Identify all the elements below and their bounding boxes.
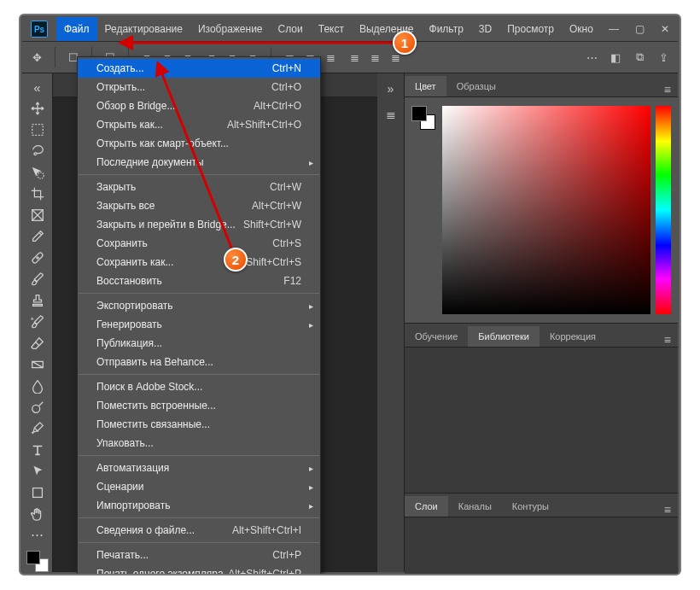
hand-tool[interactable] — [25, 503, 50, 524]
menu-слои[interactable]: Слои — [271, 17, 311, 41]
menu-item[interactable]: Закрыть и перейти в Bridge...Shift+Ctrl+… — [78, 215, 320, 234]
pen-tool[interactable] — [25, 418, 50, 439]
menu-item[interactable]: Поместить встроенные... — [78, 396, 320, 415]
hue-slider[interactable] — [656, 106, 671, 314]
dodge-tool[interactable] — [25, 396, 50, 418]
dist-hcenter-icon[interactable]: ≣ — [365, 48, 384, 67]
share-icon[interactable]: ⇪ — [654, 48, 673, 67]
tab-swatches[interactable]: Образцы — [446, 76, 506, 96]
eraser-tool[interactable] — [25, 332, 50, 353]
3dmode-icon[interactable]: ◧ — [606, 48, 625, 67]
window-controls: — ▢ ✕ — [601, 17, 678, 41]
tab-channels[interactable]: Каналы — [448, 496, 502, 517]
color-picker-field[interactable] — [442, 106, 650, 314]
tab-layers[interactable]: Слои — [405, 496, 448, 517]
app-window: Ps ФайлРедактированиеИзображениеСлоиТекс… — [19, 14, 681, 575]
svg-rect-0 — [32, 125, 43, 136]
menu-item[interactable]: Сведения о файле...Alt+Shift+Ctrl+I — [78, 521, 320, 540]
menu-item[interactable]: Печатать...Ctrl+P — [78, 546, 320, 564]
more-opts-icon[interactable]: ⋯ — [582, 48, 601, 67]
panel-stack: Цвет Образцы ≡ Обучение Библиотеки Кор — [405, 73, 678, 572]
minimize-button[interactable]: — — [601, 17, 627, 41]
dock-collapse-icon[interactable]: » — [382, 80, 400, 97]
move-tool[interactable] — [25, 98, 50, 120]
tab-libraries[interactable]: Библиотеки — [468, 326, 540, 347]
menu-item[interactable]: Публикация... — [78, 334, 320, 353]
menu-item[interactable]: Сохранить как...Shift+Ctrl+S — [78, 253, 320, 272]
stamp-tool[interactable] — [25, 290, 50, 312]
history-panel-icon[interactable]: ≣ — [382, 106, 400, 123]
frame-tool[interactable] — [25, 205, 50, 226]
menu-текст[interactable]: Текст — [311, 17, 352, 41]
menu-item[interactable]: Обзор в Bridge...Alt+Ctrl+O — [78, 96, 320, 115]
menu-изображение[interactable]: Изображение — [190, 17, 271, 41]
layers-body — [405, 517, 678, 575]
type-tool[interactable] — [25, 439, 50, 460]
menu-item[interactable]: Печать одного экземпляраAlt+Shift+Ctrl+P — [78, 564, 320, 575]
tab-paths[interactable]: Контуры — [502, 496, 559, 517]
history-brush-tool[interactable] — [25, 311, 50, 332]
menu-item[interactable]: СохранитьCtrl+S — [78, 234, 320, 253]
dist-bottom-icon[interactable]: ≣ — [321, 48, 340, 67]
fg-bg-swatches[interactable] — [26, 551, 49, 572]
tab-adjustments[interactable]: Коррекция — [540, 326, 606, 347]
titlebar: Ps ФайлРедактированиеИзображениеСлоиТекс… — [22, 17, 678, 41]
arrange-icon[interactable]: ⧉ — [630, 48, 649, 67]
menu-item[interactable]: Открыть как...Alt+Shift+Ctrl+O — [78, 115, 320, 134]
menu-item[interactable]: Экспортировать▸ — [78, 296, 320, 315]
menu-item[interactable]: Отправить на Behance... — [78, 353, 320, 371]
menu-просмотр[interactable]: Просмотр — [499, 17, 562, 41]
marquee-tool[interactable] — [25, 120, 50, 141]
tools-panel: « ⋯ — [22, 73, 53, 572]
close-button[interactable]: ✕ — [652, 17, 678, 41]
annotation-badge-1: 1 — [393, 31, 417, 55]
collapse-icon[interactable]: « — [25, 77, 50, 98]
gradient-tool[interactable] — [25, 353, 50, 375]
menu-item[interactable]: Поиск в Adobe Stock... — [78, 377, 320, 396]
menu-item[interactable]: Импортировать▸ — [78, 496, 320, 515]
shape-tool[interactable] — [25, 482, 50, 503]
color-panel-body — [405, 97, 678, 323]
menu-item[interactable]: Генерировать▸ — [78, 315, 320, 334]
annotation-badge-2: 2 — [224, 248, 248, 272]
menu-item[interactable]: Упаковать... — [78, 434, 320, 453]
menu-item[interactable]: Открыть как смарт-объект... — [78, 134, 320, 153]
lasso-tool[interactable] — [25, 141, 50, 162]
menu-item[interactable]: ВосстановитьF12 — [78, 272, 320, 290]
dist-left-icon[interactable]: ≣ — [345, 48, 364, 67]
color-panel: Цвет Образцы ≡ — [405, 73, 678, 324]
quickselect-tool[interactable] — [25, 162, 50, 184]
edit-toolbar[interactable]: ⋯ — [25, 524, 50, 546]
menu-item[interactable]: Создать...Ctrl+N — [78, 59, 320, 78]
menu-item[interactable]: Открыть...Ctrl+O — [78, 78, 320, 96]
menu-окно[interactable]: Окно — [562, 17, 601, 41]
color-fgbg[interactable] — [411, 106, 435, 130]
panel-menu-icon[interactable]: ≡ — [657, 503, 678, 517]
svg-rect-6 — [32, 488, 42, 497]
panel-area: » ≣ Цвет Образцы ≡ — [377, 73, 678, 572]
panel-menu-icon[interactable]: ≡ — [657, 83, 678, 96]
menu-редактирование[interactable]: Редактирование — [97, 17, 190, 41]
crop-tool[interactable] — [25, 184, 50, 205]
maximize-button[interactable]: ▢ — [627, 17, 652, 41]
tab-learn[interactable]: Обучение — [405, 326, 468, 347]
tab-color[interactable]: Цвет — [405, 76, 446, 96]
menu-3d[interactable]: 3D — [471, 17, 499, 41]
menu-item[interactable]: Последние документы▸ — [78, 153, 320, 172]
menu-item[interactable]: ЗакрытьCtrl+W — [78, 178, 320, 196]
menu-item[interactable]: Поместить связанные... — [78, 415, 320, 434]
menu-фильтр[interactable]: Фильтр — [422, 17, 471, 41]
menu-item[interactable]: Закрыть всеAlt+Ctrl+W — [78, 196, 320, 215]
brush-tool[interactable] — [25, 269, 50, 290]
app-frame: Ps ФайлРедактированиеИзображениеСлоиТекс… — [22, 17, 678, 572]
eyedropper-tool[interactable] — [25, 226, 50, 248]
blur-tool[interactable] — [25, 375, 50, 396]
panel-menu-icon[interactable]: ≡ — [657, 333, 678, 347]
menu-item[interactable]: Автоматизация▸ — [78, 459, 320, 477]
move-tool-icon: ✥ — [27, 48, 46, 67]
menubar: ФайлРедактированиеИзображениеСлоиТекстВы… — [56, 17, 601, 41]
menu-файл[interactable]: Файл — [56, 17, 97, 41]
menu-item[interactable]: Сценарии▸ — [78, 477, 320, 496]
healing-tool[interactable] — [25, 248, 50, 269]
path-select-tool[interactable] — [25, 460, 50, 482]
